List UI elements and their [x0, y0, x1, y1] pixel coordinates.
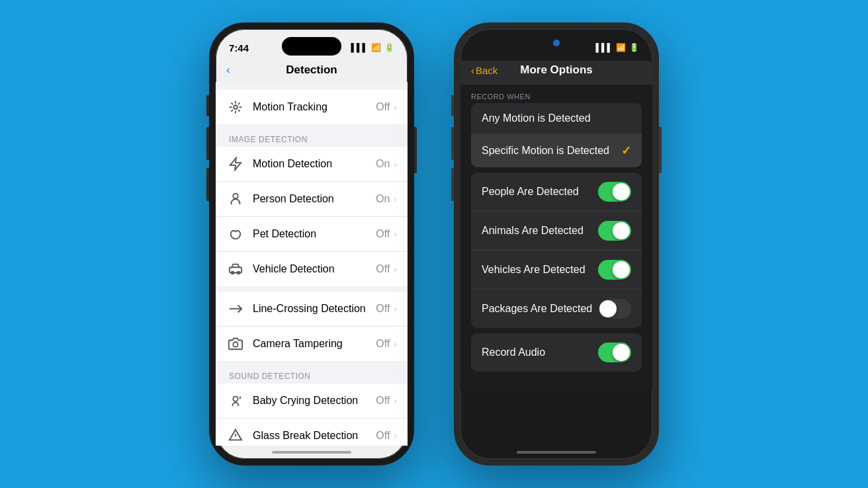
vehicle-detection-label: Vehicle Detection: [253, 263, 376, 275]
chevron-icon: ›: [394, 395, 397, 406]
specific-motion-label: Specific Motion is Detected: [482, 145, 621, 157]
spacer4: [216, 361, 408, 366]
animals-detected-item: Animals Are Detected: [471, 212, 642, 251]
wifi-icon: 📶: [371, 43, 381, 52]
chevron-icon: ›: [394, 430, 397, 441]
person-detection-value: On: [376, 193, 390, 205]
record-audio-label: Record Audio: [482, 346, 598, 358]
people-detected-label: People Are Detected: [482, 186, 598, 198]
people-detected-item: People Are Detected: [471, 173, 642, 212]
packages-detected-toggle[interactable]: [598, 299, 631, 319]
vehicles-detected-toggle[interactable]: [598, 260, 631, 280]
nav-bar: ‹ Detection: [216, 61, 408, 82]
motion-detection-item[interactable]: Motion Detection On ›: [216, 147, 408, 182]
image-detection-label: Image Detection: [216, 130, 408, 147]
nav-title: Detection: [286, 63, 337, 77]
signal-icon: ▌▌▌: [351, 43, 368, 52]
chevron-icon: ›: [394, 264, 397, 274]
toggle-thumb: [613, 183, 630, 200]
status-time: 7:44: [229, 42, 249, 54]
dark-battery-icon: 🔋: [629, 43, 639, 52]
chevron-icon: ›: [394, 229, 397, 239]
motion-detection-icon: [226, 155, 245, 173]
pet-detection-item[interactable]: Pet Detection Off ›: [216, 217, 408, 252]
camera-tampering-value: Off: [376, 338, 390, 350]
vehicle-detection-icon: [226, 260, 245, 278]
dark-nav-title: More Options: [520, 63, 593, 77]
animals-detected-toggle[interactable]: [598, 221, 631, 241]
baby-crying-label: Baby Crying Detection: [253, 395, 376, 407]
record-when-label: RECORD WHEN: [460, 85, 652, 103]
motion-detection-value: On: [376, 158, 390, 170]
spacer: [216, 82, 408, 90]
chevron-left-icon: ‹: [471, 65, 474, 76]
dark-signal-icon: ▌▌▌: [595, 43, 613, 52]
spacer2: [216, 124, 408, 130]
glass-break-item[interactable]: Glass Break Detection Off ›: [216, 419, 408, 446]
mute-button-dark: [451, 95, 454, 116]
line-crossing-icon: [226, 300, 245, 318]
svg-point-7: [233, 397, 238, 401]
dark-wifi-icon: 📶: [616, 43, 626, 52]
people-detected-toggle[interactable]: [598, 182, 631, 202]
svg-point-1: [233, 194, 238, 198]
sound-detection-section: Baby Crying Detection Off › Glass Break …: [216, 384, 408, 446]
vehicle-detection-value: Off: [376, 263, 390, 275]
motion-tracking-section: Motion Tracking Off ›: [216, 90, 408, 124]
dark-nav-bar: ‹ Back More Options: [460, 61, 652, 85]
animals-detected-label: Animals Are Detected: [482, 225, 598, 237]
dark-back-button[interactable]: ‹ Back: [471, 65, 498, 76]
camera-tampering-label: Camera Tampering: [253, 338, 376, 350]
record-audio-toggle[interactable]: [598, 343, 631, 362]
camera-tampering-item[interactable]: Camera Tampering Off ›: [216, 327, 408, 361]
toggle-thumb: [599, 300, 617, 317]
glass-break-icon: [226, 427, 245, 445]
toggle-thumb: [613, 344, 630, 361]
packages-detected-item: Packages Are Detected: [471, 290, 642, 328]
specific-motion-item[interactable]: Specific Motion is Detected ✓: [471, 134, 642, 167]
pet-detection-icon: [226, 225, 245, 243]
glass-break-label: Glass Break Detection: [253, 430, 376, 442]
person-detection-label: Person Detection: [253, 193, 376, 205]
line-crossing-label: Line-Crossing Detection: [253, 303, 376, 315]
status-icons: ▌▌▌ 📶 🔋: [351, 43, 394, 52]
volume-up-button: [206, 127, 209, 160]
phones-container: 7:44 ▌▌▌ 📶 🔋 ‹ Detection: [209, 22, 659, 466]
pet-detection-label: Pet Detection: [253, 228, 376, 240]
packages-detected-label: Packages Are Detected: [482, 303, 598, 315]
spacer3: [216, 286, 408, 292]
person-detection-item[interactable]: Person Detection On ›: [216, 182, 408, 217]
record-when-block: Any Motion is Detected Specific Motion i…: [471, 103, 642, 167]
chevron-icon: ›: [394, 304, 397, 314]
baby-crying-icon: [226, 391, 245, 410]
record-audio-item: Record Audio: [471, 333, 642, 372]
extra-section: Line-Crossing Detection Off › Camera Tam…: [216, 292, 408, 361]
vehicles-detected-label: Vehicles Are Detected: [482, 264, 598, 276]
line-crossing-value: Off: [376, 303, 390, 315]
pet-detection-value: Off: [376, 228, 390, 240]
any-motion-label: Any Motion is Detected: [482, 112, 631, 124]
dynamic-island: [282, 37, 341, 56]
phone-light: 7:44 ▌▌▌ 📶 🔋 ‹ Detection: [209, 22, 414, 466]
back-button[interactable]: ‹: [226, 63, 230, 77]
dark-status-icons: ▌▌▌ 📶 🔋: [595, 43, 639, 52]
any-motion-item[interactable]: Any Motion is Detected: [471, 103, 642, 134]
checkmark-icon: ✓: [621, 143, 631, 158]
screen-content: Motion Tracking Off › Image Detection Mo…: [216, 82, 408, 446]
detection-toggles-block: People Are Detected Animals Are Detected…: [471, 173, 642, 328]
power-button: [414, 127, 417, 173]
home-indicator: [272, 451, 351, 454]
chevron-icon: ›: [394, 339, 397, 349]
motion-tracking-item[interactable]: Motion Tracking Off ›: [216, 90, 408, 124]
dark-back-label: Back: [476, 65, 498, 76]
volume-down-button-dark: [451, 168, 454, 201]
phone-dark: ▌▌▌ 📶 🔋 ‹ Back More Options RECORD WHEN …: [454, 22, 659, 466]
dark-screen-content: RECORD WHEN Any Motion is Detected Speci…: [460, 85, 652, 390]
line-crossing-item[interactable]: Line-Crossing Detection Off ›: [216, 292, 408, 327]
vehicle-detection-item[interactable]: Vehicle Detection Off ›: [216, 252, 408, 286]
motion-tracking-label: Motion Tracking: [253, 101, 376, 113]
chevron-icon: ›: [394, 159, 397, 169]
baby-crying-item[interactable]: Baby Crying Detection Off ›: [216, 384, 408, 419]
motion-detection-label: Motion Detection: [253, 158, 376, 170]
sound-detection-label: Sound Detection: [216, 366, 408, 384]
